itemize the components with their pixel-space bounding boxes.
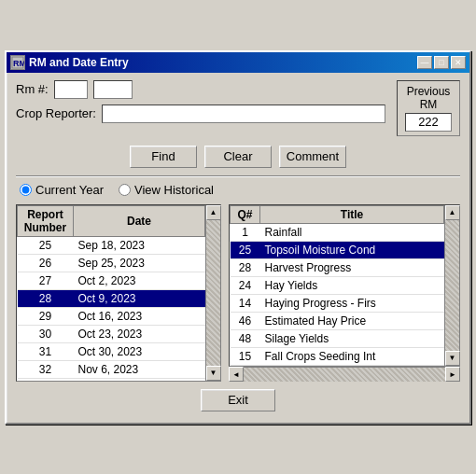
right-scroll-track-h xyxy=(244,368,445,382)
date-cell: Oct 9, 2023 xyxy=(74,289,205,307)
table-row[interactable]: 25 Topsoil Moisture Cond xyxy=(231,241,444,258)
title-cell: Topsoil Moisture Cond xyxy=(260,241,444,258)
table-row[interactable]: 15 Fall Crops Seeding Int xyxy=(231,347,444,365)
rm-input-2[interactable] xyxy=(93,80,133,99)
window-body: Rm #: Crop Reporter: Previous RM Find C xyxy=(7,73,469,423)
left-scrollbar: ▲ ▼ xyxy=(205,205,220,381)
right-scroll-up[interactable]: ▲ xyxy=(445,205,460,220)
crop-reporter-row: Crop Reporter: xyxy=(16,105,385,123)
view-historical-label: View Historical xyxy=(134,183,214,197)
form-fields: Rm #: Crop Reporter: xyxy=(16,80,460,123)
divider xyxy=(16,175,460,177)
table-row[interactable]: 32 Nov 6, 2023 xyxy=(18,360,205,378)
right-col2-header: Title xyxy=(260,205,444,223)
right-table-wrap: Q# Title 1 Rainfall25 Topsoil Moisture C… xyxy=(229,204,460,382)
right-table: Q# Title 1 Rainfall25 Topsoil Moisture C… xyxy=(230,205,444,366)
view-historical-radio[interactable] xyxy=(119,184,131,196)
right-scroll-down[interactable]: ▼ xyxy=(445,351,460,366)
report-num-cell: 30 xyxy=(18,325,74,342)
left-scroll-track xyxy=(206,220,220,366)
left-table-inner: ReportNumber Date 25 Sep 18, 202326 Sep … xyxy=(17,205,205,381)
exit-row: Exit xyxy=(16,389,460,411)
table-row[interactable]: 48 Silage Yields xyxy=(231,329,444,347)
table-row[interactable]: 27 Oct 2, 2023 xyxy=(18,272,205,289)
right-col1-header: Q# xyxy=(231,205,260,223)
table-row[interactable]: 14 Haying Progress - Firs xyxy=(231,294,444,312)
report-num-cell: 26 xyxy=(18,254,74,272)
right-scrollbar-v: ▲ ▼ xyxy=(444,205,459,366)
date-cell: Sep 25, 2023 xyxy=(74,254,205,272)
right-scrollbar-h: ◄ ► xyxy=(229,367,460,382)
table-row[interactable]: 46 Estimated Hay Price xyxy=(231,312,444,329)
left-table-with-scroll: ReportNumber Date 25 Sep 18, 202326 Sep … xyxy=(16,204,221,382)
q-cell: 28 xyxy=(231,258,260,276)
right-table-inner-content: Q# Title 1 Rainfall25 Topsoil Moisture C… xyxy=(230,205,444,366)
table-row[interactable]: 26 Sep 25, 2023 xyxy=(18,254,205,272)
comment-button[interactable]: Comment xyxy=(279,146,346,168)
svg-text:RM: RM xyxy=(13,59,24,68)
right-table-inner: Q# Title 1 Rainfall25 Topsoil Moisture C… xyxy=(229,204,460,367)
main-window: RM RM and Date Entry — □ ✕ Rm #: Crop Re… xyxy=(5,50,471,425)
right-scroll-right[interactable]: ► xyxy=(445,367,460,382)
q-cell: 25 xyxy=(231,241,260,258)
q-cell: 48 xyxy=(231,329,260,347)
table-row[interactable]: 31 Oct 30, 2023 xyxy=(18,342,205,360)
report-num-cell: 27 xyxy=(18,272,74,289)
title-cell: Harvest Progress xyxy=(260,258,444,276)
rm-row: Rm #: xyxy=(16,80,385,99)
right-scroll-left[interactable]: ◄ xyxy=(229,367,244,382)
title-cell: Estimated Hay Price xyxy=(260,312,444,329)
left-col1-header: ReportNumber xyxy=(18,205,74,236)
rm-label: Rm #: xyxy=(16,82,49,96)
find-button[interactable]: Find xyxy=(130,146,197,168)
rm-input-1[interactable] xyxy=(54,80,88,99)
report-num-cell: 25 xyxy=(18,236,74,254)
prev-rm-title: Previous xyxy=(405,85,452,98)
buttons-row: Find Clear Comment xyxy=(16,146,460,168)
window-icon: RM xyxy=(10,55,25,70)
date-cell: Oct 30, 2023 xyxy=(74,342,205,360)
title-cell: Fall Crops Seeding Int xyxy=(260,347,444,365)
left-scroll-down[interactable]: ▼ xyxy=(206,366,221,381)
date-cell: Nov 6, 2023 xyxy=(74,360,205,378)
date-cell: Oct 2, 2023 xyxy=(74,272,205,289)
table-row[interactable]: 24 Hay Yields xyxy=(231,276,444,294)
title-buttons: — □ ✕ xyxy=(417,56,466,69)
report-num-cell: 29 xyxy=(18,307,74,325)
minimize-button[interactable]: — xyxy=(417,56,432,69)
form-top: Rm #: Crop Reporter: Previous RM xyxy=(16,80,460,146)
crop-reporter-label: Crop Reporter: xyxy=(16,106,96,120)
maximize-button[interactable]: □ xyxy=(434,56,449,69)
clear-button[interactable]: Clear xyxy=(204,146,272,168)
table-row[interactable]: 30 Oct 23, 2023 xyxy=(18,325,205,342)
q-cell: 46 xyxy=(231,312,260,329)
date-cell: Oct 23, 2023 xyxy=(74,325,205,342)
table-row[interactable]: 1 Rainfall xyxy=(231,223,444,241)
left-scroll-up[interactable]: ▲ xyxy=(206,205,221,220)
current-year-radio[interactable] xyxy=(20,184,32,196)
table-row[interactable]: 28 Oct 9, 2023 xyxy=(18,289,205,307)
title-cell: Silage Yields xyxy=(260,329,444,347)
q-cell: 15 xyxy=(231,347,260,365)
view-historical-radio-label[interactable]: View Historical xyxy=(119,183,214,197)
close-button[interactable]: ✕ xyxy=(451,56,466,69)
date-cell: Oct 16, 2023 xyxy=(74,307,205,325)
current-year-radio-label[interactable]: Current Year xyxy=(20,183,104,197)
table-row[interactable]: 25 Sep 18, 2023 xyxy=(18,236,205,254)
prev-rm-input[interactable] xyxy=(405,113,452,132)
tables-row: ReportNumber Date 25 Sep 18, 202326 Sep … xyxy=(16,204,460,382)
window-title: RM and Date Entry xyxy=(29,56,413,69)
crop-reporter-input[interactable] xyxy=(102,105,385,123)
left-col2-header: Date xyxy=(74,205,205,236)
radio-row: Current Year View Historical xyxy=(16,183,460,197)
report-num-cell: 31 xyxy=(18,342,74,360)
prev-rm-box: Previous RM xyxy=(397,80,460,136)
current-year-label: Current Year xyxy=(35,183,104,197)
title-cell: Haying Progress - Firs xyxy=(260,294,444,312)
report-num-cell: 28 xyxy=(18,289,74,307)
table-row[interactable]: 28 Harvest Progress xyxy=(231,258,444,276)
table-row[interactable]: 29 Oct 16, 2023 xyxy=(18,307,205,325)
exit-button[interactable]: Exit xyxy=(201,389,275,411)
title-bar: RM RM and Date Entry — □ ✕ xyxy=(7,52,469,73)
right-scroll-track xyxy=(445,220,459,351)
